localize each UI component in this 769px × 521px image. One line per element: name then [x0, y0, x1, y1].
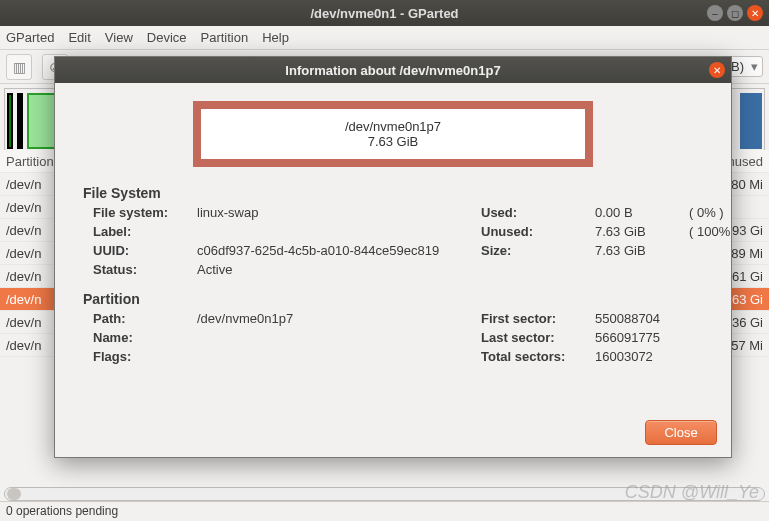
menubar: GParted Edit View Device Partition Help	[0, 26, 769, 50]
menu-device[interactable]: Device	[147, 30, 187, 45]
value-last-sector: 566091775	[595, 330, 685, 345]
value-filesystem: linux-swap	[197, 205, 477, 220]
col-partition[interactable]: Partition	[6, 154, 54, 169]
value-used: 0.00 B	[595, 205, 685, 220]
label-uuid: UUID:	[93, 243, 193, 258]
label-label: Label:	[93, 224, 193, 239]
section-partition: Partition	[83, 291, 703, 307]
window-maximize-button[interactable]: ◻	[727, 5, 743, 21]
menu-gparted[interactable]: GParted	[6, 30, 54, 45]
menu-partition[interactable]: Partition	[201, 30, 249, 45]
menu-help[interactable]: Help	[262, 30, 289, 45]
menu-view[interactable]: View	[105, 30, 133, 45]
label-name: Name:	[93, 330, 193, 345]
label-status: Status:	[93, 262, 193, 277]
value-unused-pct: ( 100% )	[689, 224, 731, 239]
label-last-sector: Last sector:	[481, 330, 591, 345]
new-partition-button[interactable]: ▥	[6, 54, 32, 80]
statusbar: 0 operations pending	[0, 501, 769, 521]
label-used: Used:	[481, 205, 591, 220]
banner-device: /dev/nvme0n1p7	[205, 119, 581, 134]
window-minimize-button[interactable]: –	[707, 5, 723, 21]
label-first-sector: First sector:	[481, 311, 591, 326]
graph-seg[interactable]	[17, 93, 23, 149]
value-uuid: c06df937-625d-4c5b-a010-844ce59ec819	[197, 243, 477, 258]
graph-seg[interactable]	[7, 93, 13, 149]
close-button[interactable]: Close	[645, 420, 717, 445]
value-status: Active	[197, 262, 477, 277]
section-filesystem: File System	[83, 185, 703, 201]
menu-edit[interactable]: Edit	[68, 30, 90, 45]
value-size: 7.63 GiB	[595, 243, 685, 258]
window-title: /dev/nvme0n1 - GParted	[0, 6, 769, 21]
label-filesystem: File system:	[93, 205, 193, 220]
label-total-sectors: Total sectors:	[481, 349, 591, 364]
label-unused: Unused:	[481, 224, 591, 239]
partition-banner: /dev/nvme0n1p7 7.63 GiB	[193, 101, 593, 167]
label-path: Path:	[93, 311, 193, 326]
dialog-titlebar[interactable]: Information about /dev/nvme0n1p7 ✕	[55, 57, 731, 83]
value-total-sectors: 16003072	[595, 349, 685, 364]
graph-seg[interactable]	[740, 93, 762, 149]
status-text: 0 operations pending	[6, 504, 118, 518]
value-first-sector: 550088704	[595, 311, 685, 326]
dialog-close-icon[interactable]: ✕	[709, 62, 725, 78]
value-used-pct: ( 0% )	[689, 205, 731, 220]
label-flags: Flags:	[93, 349, 193, 364]
titlebar: /dev/nvme0n1 - GParted – ◻ ✕	[0, 0, 769, 26]
dialog-title: Information about /dev/nvme0n1p7	[55, 63, 731, 78]
banner-size: 7.63 GiB	[205, 134, 581, 149]
value-unused: 7.63 GiB	[595, 224, 685, 239]
info-dialog: Information about /dev/nvme0n1p7 ✕ /dev/…	[54, 56, 732, 458]
horizontal-scrollbar[interactable]	[4, 487, 765, 501]
window-close-button[interactable]: ✕	[747, 5, 763, 21]
value-path: /dev/nvme0n1p7	[197, 311, 477, 326]
label-size: Size:	[481, 243, 591, 258]
